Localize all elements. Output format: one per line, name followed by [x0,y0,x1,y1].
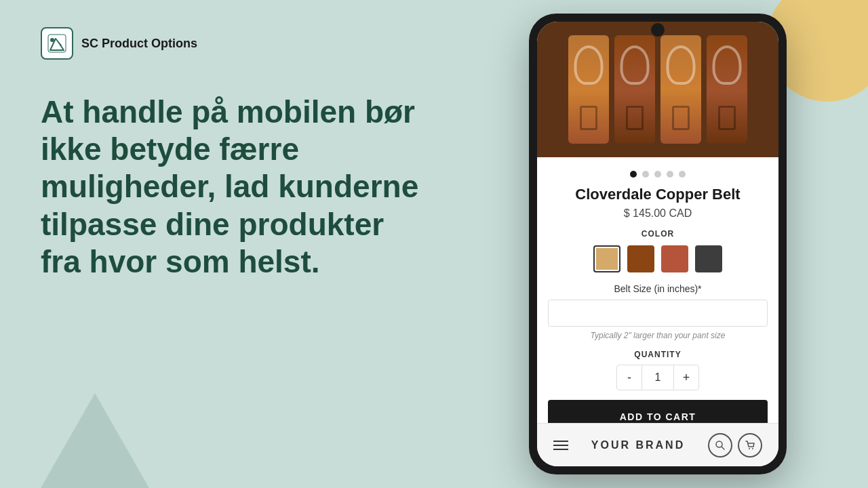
svg-point-4 [749,448,750,449]
buckle-1 [568,35,609,144]
add-to-cart-button[interactable]: ADD TO CART [548,400,768,423]
phone-mockup: Cloverdale Copper Belt $ 145.00 CAD COLO… [529,14,787,474]
nav-icons [708,433,762,458]
hamburger-line-1 [553,441,568,442]
size-input[interactable] [548,300,768,327]
logo-icon [41,27,73,60]
product-price: $ 145.00 CAD [548,207,768,220]
product-content: Cloverdale Copper Belt $ 145.00 CAD COLO… [537,157,778,423]
swatch-tan[interactable] [593,245,620,272]
swatch-rust[interactable] [661,245,688,272]
quantity-label: QUANTITY [548,350,768,359]
brand-name: YOUR BRAND [568,439,708,451]
right-panel: Cloverdale Copper Belt $ 145.00 CAD COLO… [461,0,868,488]
dot-3[interactable] [654,171,661,178]
quantity-minus-button[interactable]: - [616,365,642,390]
phone-screen: Cloverdale Copper Belt $ 145.00 CAD COLO… [537,22,778,466]
quantity-plus-button[interactable]: + [673,365,699,390]
search-button[interactable] [708,433,732,458]
dot-5[interactable] [679,171,686,178]
color-label: COLOR [548,229,768,239]
belt-buckles-display [537,22,778,157]
svg-line-3 [722,447,724,449]
color-swatches [548,245,768,272]
left-panel: SC Product Options At handle på mobilen … [0,0,461,488]
carousel-dots [548,171,768,178]
hamburger-menu-button[interactable] [553,441,568,450]
quantity-value: 1 [642,365,673,390]
logo-text: SC Product Options [81,37,197,51]
swatch-brown[interactable] [627,245,654,272]
svg-point-5 [752,448,753,449]
phone-notch [651,23,665,37]
dot-1[interactable] [630,171,637,178]
svg-point-1 [50,38,54,42]
buckle-3 [660,35,701,144]
quantity-control: - 1 + [548,365,768,390]
dot-2[interactable] [642,171,649,178]
cart-button[interactable] [738,433,762,458]
hamburger-line-2 [553,445,568,446]
size-hint: Typically 2" larger than your pant size [548,331,768,340]
logo-area: SC Product Options [41,27,420,60]
bottom-nav: YOUR BRAND [537,423,778,466]
hero-text: At handle på mobilen bør ikke betyde fær… [41,94,420,281]
size-field-label: Belt Size (in inches)* [548,283,768,294]
product-image-area [537,22,778,157]
product-title: Cloverdale Copper Belt [548,186,768,203]
hamburger-line-3 [553,449,568,450]
dot-4[interactable] [667,171,673,178]
swatch-dark[interactable] [695,245,722,272]
buckle-4 [707,35,747,144]
buckle-2 [614,35,655,144]
